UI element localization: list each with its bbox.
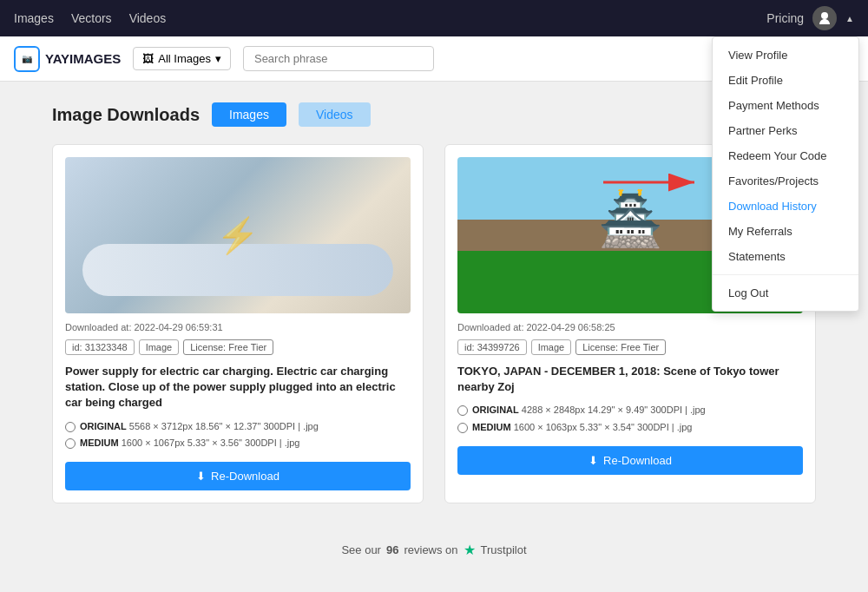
footer-platform: Trustpilot bbox=[481, 543, 527, 556]
footer: See our 96 reviews on ★ Trustpilot bbox=[0, 524, 868, 576]
size-detail-medium-2: 1600 × 1063px 5.33" × 3.54" 300DPI | .jp… bbox=[514, 422, 693, 432]
svg-point-0 bbox=[821, 12, 828, 19]
redownload-button-2[interactable]: ⬇ Re-Download bbox=[457, 446, 803, 475]
size-label-original-1: ORIGINAL bbox=[80, 421, 127, 431]
size-original-1: ORIGINAL 5568 × 3712px 18.56" × 12.37" 3… bbox=[65, 420, 411, 433]
pricing-link[interactable]: Pricing bbox=[766, 11, 804, 25]
size-radio-original-2[interactable] bbox=[457, 405, 468, 416]
logo-text: YAYIMAGES bbox=[45, 51, 121, 66]
card-title-1: Power supply for electric car charging. … bbox=[65, 364, 411, 411]
size-label-original-2: ORIGINAL bbox=[472, 405, 519, 415]
dropdown-download-history[interactable]: Download History bbox=[713, 194, 858, 219]
trustpilot-star-icon: ★ bbox=[464, 542, 476, 558]
cards-grid: Downloaded at: 2022-04-29 06:59:31 id: 3… bbox=[52, 144, 816, 503]
all-images-button[interactable]: 🖼 All Images ▾ bbox=[133, 47, 231, 70]
redownload-label-1: Re-Download bbox=[211, 470, 279, 483]
dropdown-divider bbox=[713, 274, 858, 275]
user-icon bbox=[818, 11, 832, 25]
user-dropdown-menu: View Profile Edit Profile Payment Method… bbox=[712, 36, 859, 312]
dropdown-arrow-icon: ▾ bbox=[215, 52, 221, 65]
size-options-2: ORIGINAL 4288 × 2848px 14.29" × 9.49" 30… bbox=[457, 404, 803, 434]
size-radio-original-1[interactable] bbox=[65, 422, 76, 432]
size-original-2: ORIGINAL 4288 × 2848px 14.29" × 9.49" 30… bbox=[457, 404, 803, 417]
card-title-2: TOKYO, JAPAN - DECEMBER 1, 2018: Scene o… bbox=[457, 364, 803, 395]
chevron-up-icon: ▲ bbox=[845, 14, 854, 23]
nav-vectors[interactable]: Vectors bbox=[71, 11, 112, 25]
tags-row-2: id: 34399726 Image License: Free Tier bbox=[457, 339, 803, 355]
redownload-label-2: Re-Download bbox=[603, 454, 672, 467]
size-radio-medium-1[interactable] bbox=[65, 438, 76, 449]
dropdown-my-referrals[interactable]: My Referrals bbox=[713, 219, 858, 244]
dropdown-logout[interactable]: Log Out bbox=[713, 280, 858, 306]
image-filter-icon: 🖼 bbox=[142, 52, 154, 65]
tag-id-1: id: 31323348 bbox=[65, 339, 135, 355]
footer-review-count: 96 bbox=[386, 543, 398, 556]
nav-links: Images Vectors Videos bbox=[14, 11, 166, 25]
size-detail-medium-1: 1600 × 1067px 5.33" × 3.56" 300DPI | .jp… bbox=[122, 437, 300, 448]
download-icon-2: ⬇ bbox=[589, 454, 598, 467]
footer-reviews-label: reviews on bbox=[404, 543, 457, 556]
dropdown-statements[interactable]: Statements bbox=[713, 244, 858, 269]
size-label-medium-2: MEDIUM bbox=[472, 422, 511, 432]
user-avatar-button[interactable] bbox=[812, 6, 837, 30]
download-icon-1: ⬇ bbox=[196, 470, 206, 483]
card-image-1 bbox=[65, 157, 411, 313]
size-medium-1: MEDIUM 1600 × 1067px 5.33" × 3.56" 300DP… bbox=[65, 437, 411, 450]
all-images-label: All Images bbox=[158, 52, 211, 65]
dropdown-favorites-projects[interactable]: Favorites/Projects bbox=[713, 168, 858, 194]
dropdown-view-profile[interactable]: View Profile bbox=[713, 43, 858, 68]
tag-license-2: License: Free Tier bbox=[575, 339, 666, 355]
dropdown-partner-perks[interactable]: Partner Perks bbox=[713, 118, 858, 143]
top-nav: Images Vectors Videos Pricing ▲ View Pro… bbox=[0, 0, 868, 36]
tag-id-2: id: 34399726 bbox=[457, 339, 527, 355]
download-time-2: Downloaded at: 2022-04-29 06:58:25 bbox=[457, 322, 803, 332]
nav-right: Pricing ▲ bbox=[766, 6, 854, 30]
section-header: Image Downloads Images Videos bbox=[52, 102, 816, 127]
size-detail-original-1: 5568 × 3712px 18.56" × 12.37" 300DPI | .… bbox=[129, 421, 319, 431]
download-time-1: Downloaded at: 2022-04-29 06:59:31 bbox=[65, 322, 411, 332]
tab-videos-button[interactable]: Videos bbox=[299, 102, 371, 127]
dropdown-payment-methods[interactable]: Payment Methods bbox=[713, 93, 858, 118]
dropdown-edit-profile[interactable]: Edit Profile bbox=[713, 68, 858, 93]
tab-images-button[interactable]: Images bbox=[212, 102, 286, 127]
search-input[interactable] bbox=[243, 46, 434, 71]
nav-videos[interactable]: Videos bbox=[129, 11, 167, 25]
size-radio-medium-2[interactable] bbox=[457, 423, 468, 433]
size-options-1: ORIGINAL 5568 × 3712px 18.56" × 12.37" 3… bbox=[65, 420, 411, 451]
size-detail-original-2: 4288 × 2848px 14.29" × 9.49" 300DPI | .j… bbox=[522, 405, 706, 415]
section-title: Image Downloads bbox=[52, 105, 200, 125]
dropdown-redeem-code[interactable]: Redeem Your Code bbox=[713, 143, 858, 168]
tag-license-1: License: Free Tier bbox=[183, 339, 273, 355]
tags-row-1: id: 31323348 Image License: Free Tier bbox=[65, 339, 411, 355]
logo[interactable]: 📷 YAYIMAGES bbox=[14, 46, 121, 72]
download-card-1: Downloaded at: 2022-04-29 06:59:31 id: 3… bbox=[52, 144, 424, 503]
size-medium-2: MEDIUM 1600 × 1063px 5.33" × 3.54" 300DP… bbox=[457, 421, 803, 434]
tag-type-1: Image bbox=[139, 339, 180, 355]
nav-images[interactable]: Images bbox=[14, 11, 54, 25]
logo-icon: 📷 bbox=[14, 46, 40, 72]
footer-text: See our bbox=[341, 543, 381, 556]
redownload-button-1[interactable]: ⬇ Re-Download bbox=[65, 462, 411, 490]
tag-type-2: Image bbox=[531, 339, 572, 355]
size-label-medium-1: MEDIUM bbox=[80, 437, 119, 448]
